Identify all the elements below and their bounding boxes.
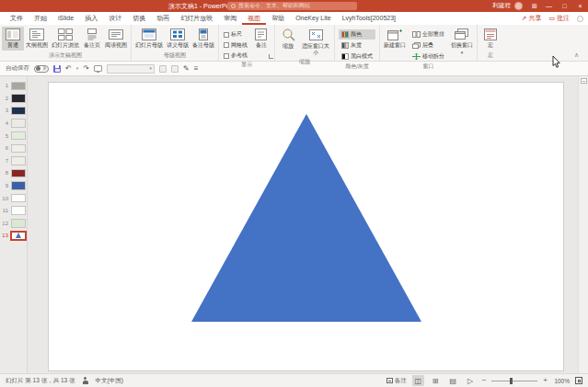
dialog-launcher-icon[interactable] (269, 54, 273, 59)
autosave-toggle[interactable]: 关 (34, 65, 49, 73)
macros-button[interactable]: 宏 (479, 27, 502, 51)
menu-tab-7[interactable]: 动画 (151, 12, 175, 25)
search-box[interactable]: 搜索命令、文本、帮助和网站 (227, 2, 357, 10)
black-white-button[interactable]: 黑白模式 (339, 51, 375, 62)
zoom-slider-thumb[interactable] (510, 378, 513, 384)
slide-thumbnail-5[interactable]: 5 (0, 130, 27, 142)
slide-sorter-view-switch[interactable]: ⊞ (430, 375, 442, 386)
accessibility-icon[interactable] (82, 377, 89, 384)
ribbon-display-options-icon[interactable]: ⊞ (528, 3, 541, 10)
menu-tab-6[interactable]: 切换 (127, 12, 151, 25)
menu-tab-12[interactable]: OneKey Lite (290, 12, 337, 25)
zoom-slider[interactable] (491, 381, 537, 381)
ink-pen-icon[interactable]: ✎ (183, 65, 190, 73)
slide-thumbnail-10[interactable]: 10 (0, 192, 27, 204)
button-label: 宏 (488, 42, 493, 49)
slide-master-button[interactable]: 幻灯片母版 (133, 27, 165, 51)
slide-thumbnail-3[interactable]: 3 (0, 105, 27, 117)
cascade-button[interactable]: 层叠 (409, 40, 447, 51)
redo-icon[interactable]: ↷ (83, 65, 89, 73)
menu-tab-8[interactable]: 幻灯片放映 (175, 12, 218, 25)
handout-master-button[interactable]: 讲义母版 (165, 27, 190, 51)
slide-thumbnail-7[interactable]: 7 (0, 155, 27, 167)
menu-tab-9[interactable]: 审阅 (218, 12, 242, 25)
fit-to-window-icon (309, 28, 323, 41)
slide-thumbnail-11[interactable]: 11 (0, 205, 27, 217)
undo-icon[interactable]: ↶ (65, 65, 72, 73)
ruler-checkbox[interactable]: 标尺 (224, 30, 248, 39)
triangle-shape[interactable] (191, 114, 421, 322)
reading-view-switch[interactable]: ▤ (447, 375, 459, 386)
maximize-button[interactable]: □ (557, 0, 572, 12)
menu-tab-4[interactable]: 插入 (79, 12, 103, 25)
vertical-scrollbar[interactable] (578, 76, 588, 373)
button-label: 缩放 (282, 43, 294, 50)
checkbox-icon (224, 53, 229, 59)
user-name[interactable]: 利建程 (493, 2, 512, 10)
color-mode-button[interactable]: 颜色 (339, 29, 375, 40)
menu-tab-3[interactable]: iSlide (52, 12, 79, 25)
slide-thumbnail-8[interactable]: 8 (0, 167, 27, 179)
move-split-button[interactable]: 移动拆分 (409, 51, 447, 62)
notes-label: 备注 (395, 377, 407, 385)
menu-tab-13[interactable]: LvyhTools[200523] (337, 12, 401, 25)
undo-dropdown-icon[interactable]: ▾ (76, 66, 79, 71)
menu-tab-5[interactable]: 设计 (103, 12, 127, 25)
menu-tab-11[interactable]: 帮助 (266, 12, 290, 25)
status-bar: 幻灯片 第 13 张，共 13 张 中文(中国) 备注 ◫ ⊞ ▤ ▷ − + … (0, 373, 588, 387)
zoom-in-button[interactable]: + (543, 377, 548, 384)
menu-tab-10[interactable]: 视图 (242, 12, 266, 25)
notes-page-button[interactable]: 备注页 (81, 27, 103, 51)
split-pane-icon[interactable] (581, 78, 587, 84)
button-label: 新建窗口 (384, 42, 406, 49)
help-circle-icon[interactable] (577, 16, 583, 22)
style-combo-box[interactable]: ▾ (107, 64, 155, 74)
arrange-all-button[interactable]: 全部重排 (409, 29, 447, 40)
share-button[interactable]: ↗共享 (522, 14, 542, 23)
comments-button[interactable]: ▭批注 (548, 14, 570, 23)
zoom-out-button[interactable]: − (482, 377, 487, 384)
slide-thumbnail-1[interactable]: 1 (0, 80, 27, 92)
language-indicator[interactable]: 中文(中国) (96, 377, 123, 385)
minimize-button[interactable]: — (541, 0, 557, 12)
notes-toggle-button[interactable]: 备注 (386, 377, 407, 385)
close-button[interactable]: × (572, 0, 588, 12)
gridlines-checkbox[interactable]: 网格线 (224, 41, 248, 50)
slide-thumbnail-4[interactable]: 4 (0, 118, 27, 130)
zoom-percentage[interactable]: 100% (553, 378, 570, 384)
grayscale-button[interactable]: 灰度 (339, 40, 375, 51)
collapse-ribbon-icon[interactable]: ∧ (574, 51, 579, 59)
slide-13-editor[interactable] (49, 83, 563, 370)
zoom-button[interactable]: 缩放 (277, 27, 299, 57)
normal-view-button[interactable]: 普通 (2, 27, 24, 51)
show-checkbox-column: 标尺 网格线 参考线 (221, 27, 250, 60)
slide-thumbnail-12[interactable]: 12 (0, 218, 27, 230)
reading-view-button[interactable]: 阅读视图 (103, 27, 129, 51)
fit-slide-to-window-icon[interactable] (575, 377, 582, 384)
notes-master-button[interactable]: 备注母版 (190, 27, 216, 51)
slideshow-view-switch[interactable]: ▷ (465, 375, 477, 386)
slide-thumbnail-9[interactable]: 9 (0, 180, 27, 192)
menu-tab-1[interactable]: 文件 (5, 12, 29, 25)
button-label: 灰度 (351, 41, 362, 50)
slide-thumbnail-2[interactable]: 2 (0, 93, 27, 105)
group-label: 缩放 (275, 57, 334, 66)
guides-checkbox[interactable]: 参考线 (224, 51, 248, 60)
new-window-button[interactable]: 新建窗口 (382, 27, 408, 62)
slide-sorter-button[interactable]: 幻灯片浏览 (50, 27, 81, 51)
switch-windows-button[interactable]: 切换窗口 ▾ (449, 27, 475, 62)
qat-extra-icon-1[interactable] (159, 65, 167, 73)
qat-extra-icon-2[interactable] (171, 65, 179, 73)
slide-thumbnail-preview (11, 219, 26, 228)
outline-view-button[interactable]: 大纲视图 (24, 27, 50, 51)
slide-thumbnail-13[interactable]: 13 (0, 230, 27, 242)
normal-view-switch[interactable]: ◫ (412, 375, 424, 386)
slide-thumbnail-6[interactable]: 6 (0, 142, 27, 154)
save-icon[interactable] (53, 65, 61, 73)
button-label: 备注页 (84, 42, 100, 49)
avatar[interactable] (514, 2, 523, 10)
start-slideshow-icon[interactable] (94, 65, 102, 72)
fit-to-window-button[interactable]: 适应窗口大小 (299, 27, 332, 57)
customize-qat-icon[interactable]: ≡ (194, 65, 199, 73)
menu-tab-2[interactable]: 开始 (29, 12, 52, 25)
